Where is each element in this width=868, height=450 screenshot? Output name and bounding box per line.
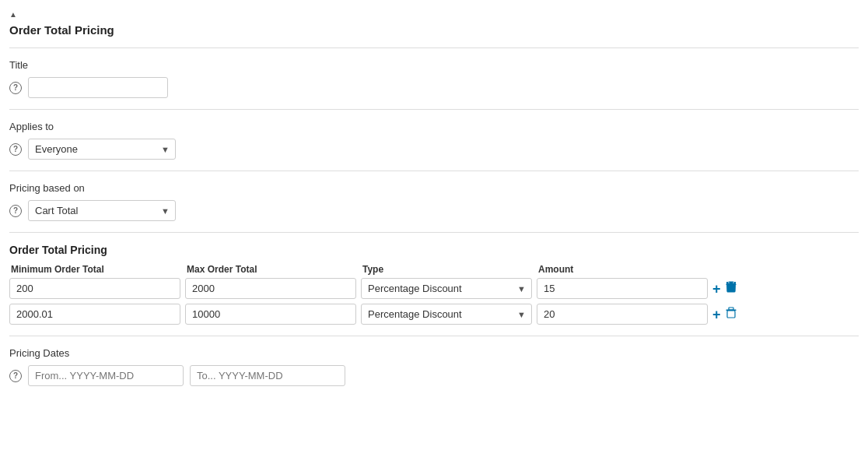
table-row: Percentage Discount Fixed Discount Fixed… [9,278,859,299]
applies-to-group: Applies to ? Everyone Specific Customers… [9,121,859,160]
svg-rect-5 [727,311,735,318]
divider-1 [9,47,859,48]
title-help-icon[interactable]: ? [9,82,22,94]
row2-type-select-wrapper: Percentage Discount Fixed Discount Fixed… [361,304,532,325]
row2-min-order-input[interactable] [9,304,180,325]
applies-to-row: ? Everyone Specific Customers Guest ▼ [9,139,859,160]
row1-type-select-wrapper: Percentage Discount Fixed Discount Fixed… [361,278,532,299]
pricing-based-on-select-wrapper: Cart Total Order Total Item Quantity ▼ [28,200,176,221]
order-total-pricing-title: Order Total Pricing [9,244,859,256]
applies-to-help-icon[interactable]: ? [9,143,22,156]
pricing-dates-row: ? [9,365,859,386]
col-header-type: Type [361,264,532,275]
divider-2 [9,109,859,110]
divider-4 [9,232,859,233]
row1-max-order-input[interactable] [185,278,356,299]
col-header-min-order: Minimum Order Total [9,264,180,275]
trash-icon [726,281,737,294]
table-header-row: Minimum Order Total Max Order Total Type… [9,264,859,278]
pricing-based-on-select[interactable]: Cart Total Order Total Item Quantity [28,200,176,221]
table-row: Percentage Discount Fixed Discount Fixed… [9,304,859,325]
row1-actions: + [712,281,759,296]
row1-add-button[interactable]: + [712,282,721,296]
applies-to-select[interactable]: Everyone Specific Customers Guest [28,139,176,160]
svg-rect-6 [729,308,733,310]
pricing-based-on-label: Pricing based on [9,182,859,194]
pricing-dates-label: Pricing Dates [9,347,859,359]
row2-amount-input[interactable] [537,304,708,325]
row2-max-order-input[interactable] [185,304,356,325]
row2-add-button[interactable]: + [712,308,721,322]
section-title: Order Total Pricing [9,23,859,37]
divider-5 [9,336,859,336]
trash-icon [726,307,737,319]
applies-to-label: Applies to [9,121,859,132]
row2-delete-button[interactable] [726,307,737,322]
title-label: Title [9,59,859,71]
col-header-amount: Amount [537,264,708,275]
row2-type-select[interactable]: Percentage Discount Fixed Discount Fixed… [361,304,532,325]
row1-type-select[interactable]: Percentage Discount Fixed Discount Fixed… [361,278,532,299]
col-header-max-order: Max Order Total [185,264,356,275]
row1-delete-button[interactable] [726,281,737,296]
pricing-based-on-group: Pricing based on ? Cart Total Order Tota… [9,182,859,221]
col-header-actions [712,264,759,275]
pricing-dates-help-icon[interactable]: ? [9,370,22,382]
divider-3 [9,171,859,171]
applies-to-select-wrapper: Everyone Specific Customers Guest ▼ [28,139,176,160]
row1-amount-input[interactable] [537,278,708,299]
row1-min-order-input[interactable] [9,278,180,299]
title-input[interactable] [28,77,168,98]
collapse-arrow[interactable]: ▲ [9,10,17,19]
from-date-input[interactable] [28,365,184,386]
to-date-input[interactable] [190,365,345,386]
pricing-dates-section: Pricing Dates ? [9,347,859,386]
row2-actions: + [712,307,759,322]
title-field-group: Title ? [9,59,859,98]
title-field-row: ? [9,77,859,98]
page-container: ▲ Order Total Pricing Title ? Applies to… [0,0,868,402]
pricing-based-on-help-icon[interactable]: ? [9,205,22,217]
pricing-based-on-row: ? Cart Total Order Total Item Quantity ▼ [9,200,859,221]
order-total-pricing-section: Order Total Pricing Minimum Order Total … [9,244,859,325]
